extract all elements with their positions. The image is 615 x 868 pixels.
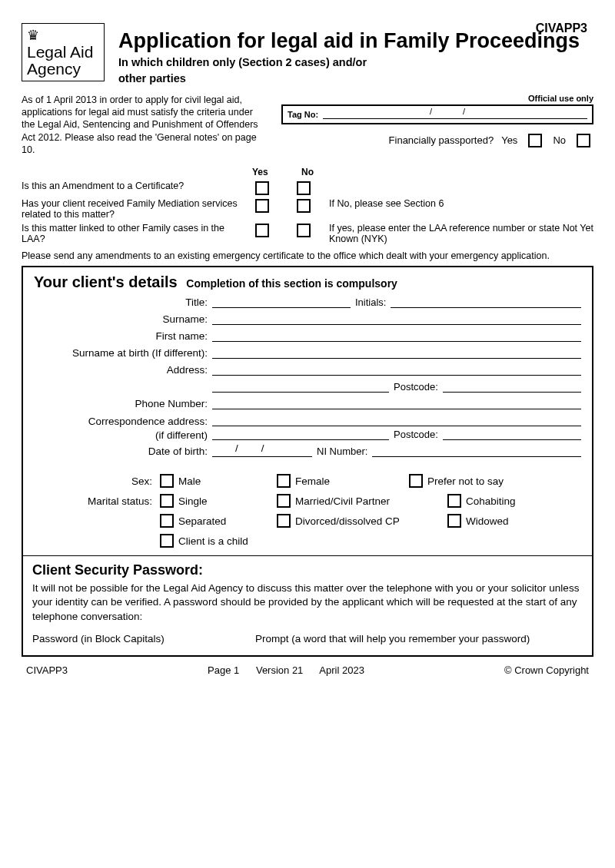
q3-note: If yes, please enter the LAA reference n… xyxy=(314,223,593,244)
label-ni: NI Number: xyxy=(312,446,372,457)
label-address: Address: xyxy=(34,364,212,376)
label-title: Title: xyxy=(34,297,212,308)
logo-box: ♛ Legal Aid Agency xyxy=(22,23,105,81)
footer: CIVAPP3 Page 1 Version 21 April 2023 © C… xyxy=(22,657,593,676)
logo-line1: Legal Aid xyxy=(27,44,99,61)
label-corr-2: (if different) xyxy=(34,430,212,441)
official-use-label: Official use only xyxy=(281,94,593,103)
passport-question: Financially passported? xyxy=(389,134,494,146)
tag-no-label: Tag No: xyxy=(288,110,318,119)
prompt-label: Prompt (a word that will help you rememb… xyxy=(255,633,583,644)
marital-married-checkbox[interactable] xyxy=(277,494,291,508)
form-id: CIVAPP3 xyxy=(536,22,587,35)
sex-female-label: Female xyxy=(295,475,330,487)
security-title: Client Security Password: xyxy=(23,556,592,581)
q3-yes-checkbox[interactable] xyxy=(255,224,269,237)
label-corr-1: Correspondence address: xyxy=(34,416,212,427)
marital-married-label: Married/Civil Partner xyxy=(295,495,390,507)
input-address-1[interactable] xyxy=(212,363,581,376)
marital-wid-label: Widowed xyxy=(466,515,509,527)
footer-right: © Crown Copyright xyxy=(504,664,589,676)
passport-yes-label: Yes xyxy=(501,134,517,146)
label-sex: Sex: xyxy=(34,475,157,487)
subtitle-2: other parties xyxy=(118,72,593,85)
input-title[interactable] xyxy=(212,296,351,308)
input-initials[interactable] xyxy=(391,296,581,308)
col-no: No xyxy=(301,167,314,177)
footer-page: Page 1 xyxy=(208,664,239,676)
page-title: Application for legal aid in Family Proc… xyxy=(118,29,593,53)
passport-no-label: No xyxy=(553,134,566,146)
q2-note: If No, please see Section 6 xyxy=(314,198,593,209)
label-postcode-1: Postcode: xyxy=(389,381,443,393)
sex-male-checkbox[interactable] xyxy=(160,474,174,488)
q1-yes-checkbox[interactable] xyxy=(255,181,269,195)
input-surname-birth[interactable] xyxy=(212,346,581,359)
security-body: It will not be possible for the Legal Ai… xyxy=(23,581,592,628)
sex-female-checkbox[interactable] xyxy=(277,474,291,488)
input-address-2[interactable] xyxy=(212,380,389,393)
sex-prefer-label: Prefer not to say xyxy=(427,475,504,487)
footer-version: Version 21 xyxy=(256,664,303,676)
q-amendment: Is this an Amendment to a Certificate? xyxy=(22,181,252,191)
sex-prefer-checkbox[interactable] xyxy=(409,474,423,488)
marital-single-checkbox[interactable] xyxy=(160,494,174,508)
label-surname-birth: Surname at birth (If different): xyxy=(34,347,212,359)
label-surname: Surname: xyxy=(34,313,212,325)
input-corr-1[interactable] xyxy=(212,414,581,426)
input-corr-2[interactable] xyxy=(212,428,389,440)
client-details-title: Your client's details xyxy=(34,273,178,291)
tag-no-box: Tag No: // xyxy=(281,104,593,124)
marital-sep-label: Separated xyxy=(178,515,226,527)
marital-single-label: Single xyxy=(178,495,208,507)
amend-note: Please send any amendments to an existin… xyxy=(22,250,593,261)
marital-child-label: Client is a child xyxy=(178,535,248,547)
input-dob[interactable]: // xyxy=(212,445,312,457)
q3-no-checkbox[interactable] xyxy=(297,224,311,237)
q-mediation: Has your client received Family Mediatio… xyxy=(22,198,252,220)
password-label: Password (in Block Capitals) xyxy=(32,633,255,644)
input-ni[interactable] xyxy=(372,445,581,457)
input-phone[interactable] xyxy=(212,397,581,409)
footer-left: CIVAPP3 xyxy=(26,664,68,676)
q2-yes-checkbox[interactable] xyxy=(255,199,269,213)
marital-child-checkbox[interactable] xyxy=(160,534,174,548)
crest-icon: ♛ xyxy=(27,28,99,42)
marital-cohab-label: Cohabiting xyxy=(466,495,516,507)
input-postcode-1[interactable] xyxy=(443,380,581,393)
label-marital: Marital status: xyxy=(34,495,157,507)
marital-div-label: Divorced/dissolved CP xyxy=(295,515,400,527)
label-firstname: First name: xyxy=(34,330,212,342)
q-linked: Is this matter linked to other Family ca… xyxy=(22,223,252,244)
logo-line2: Agency xyxy=(27,61,99,78)
input-firstname[interactable] xyxy=(212,330,581,342)
q1-no-checkbox[interactable] xyxy=(297,181,311,195)
label-postcode-2: Postcode: xyxy=(389,429,443,440)
q2-no-checkbox[interactable] xyxy=(297,199,311,213)
label-dob: Date of birth: xyxy=(34,446,212,457)
passport-no-checkbox[interactable] xyxy=(577,134,590,147)
sex-male-label: Male xyxy=(178,475,201,487)
label-phone: Phone Number: xyxy=(34,398,212,409)
intro-note: As of 1 April 2013 in order to apply for… xyxy=(22,94,268,156)
label-initials: Initials: xyxy=(351,297,391,308)
marital-cohab-checkbox[interactable] xyxy=(447,494,461,508)
passport-yes-checkbox[interactable] xyxy=(528,134,542,147)
footer-date: April 2023 xyxy=(319,664,364,676)
marital-div-checkbox[interactable] xyxy=(277,514,291,528)
subtitle-1: In which children only (Section 2 cases)… xyxy=(118,56,593,69)
input-postcode-2[interactable] xyxy=(443,428,581,440)
client-details-sub: Completion of this section is compulsory xyxy=(186,277,397,290)
marital-wid-checkbox[interactable] xyxy=(447,514,461,528)
marital-sep-checkbox[interactable] xyxy=(160,514,174,528)
client-details-section: Your client's details Completion of this… xyxy=(22,266,593,657)
col-yes: Yes xyxy=(252,167,268,177)
input-surname[interactable] xyxy=(212,313,581,325)
tag-no-input[interactable]: // xyxy=(323,110,587,119)
